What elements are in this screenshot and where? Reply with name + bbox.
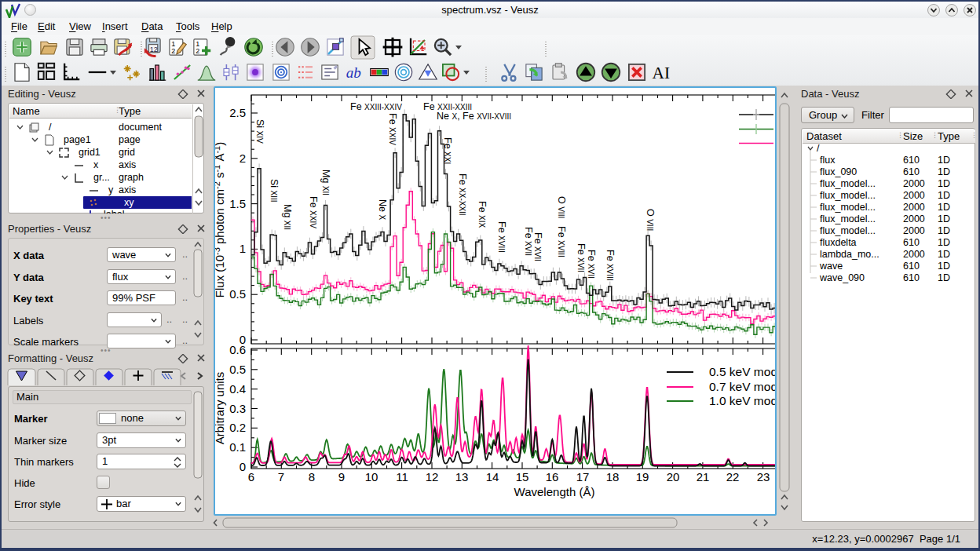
svg-text:2.5: 2.5 [229, 106, 246, 119]
svg-text:y: y [108, 184, 114, 195]
svg-text:1D: 1D [938, 178, 950, 189]
svg-text:Flux (10-3 photon cm-2 s-1 Å-1: Flux (10-3 photon cm-2 s-1 Å-1) [215, 142, 226, 297]
svg-text:2000: 2000 [903, 178, 925, 189]
svg-text:grid: grid [119, 147, 135, 158]
svg-text:2000: 2000 [903, 202, 925, 213]
svg-text:15: 15 [516, 470, 529, 483]
svg-text:Fe XVIII: Fe XVIII [496, 221, 507, 253]
svg-text:Fe XVII: Fe XVII [576, 243, 587, 272]
svg-text:2000: 2000 [903, 213, 925, 224]
svg-text:0.6: 0.6 [229, 343, 246, 356]
svg-text:12: 12 [150, 46, 158, 53]
svg-text:Fe XXI: Fe XXI [442, 137, 453, 164]
svg-text:23: 23 [757, 470, 770, 483]
svg-text:x: x [93, 159, 99, 170]
svg-text:1D: 1D [938, 237, 950, 248]
svg-text:Fe XVII: Fe XVII [523, 227, 534, 256]
svg-text:1D: 1D [938, 190, 950, 201]
svg-text:2: 2 [196, 47, 199, 55]
svg-text:2000: 2000 [903, 249, 925, 260]
svg-text:2000: 2000 [903, 225, 925, 236]
svg-text:2: 2 [171, 47, 175, 55]
svg-text:Fe XXIII-XXIV: Fe XXIII-XXIV [350, 101, 402, 112]
svg-text:Fe XVII: Fe XVII [532, 232, 543, 261]
svg-text:flux_model...: flux_model... [820, 202, 876, 213]
svg-text:1D: 1D [938, 249, 950, 260]
svg-text:O VIII: O VIII [645, 209, 656, 231]
svg-text:1.0 keV model: 1.0 keV model [709, 394, 775, 407]
svg-text:Fe XX-XXII: Fe XX-XXII [457, 173, 468, 216]
svg-text:flux_model...: flux_model... [820, 190, 876, 201]
svg-text:ab: ab [346, 64, 361, 81]
svg-text:1D: 1D [938, 272, 950, 283]
svg-text:axis: axis [119, 159, 136, 170]
svg-text:flux_model...: flux_model... [820, 213, 876, 224]
svg-text:flux: flux [820, 155, 836, 166]
svg-text:Mg XII: Mg XII [282, 204, 293, 230]
svg-text:10: 10 [365, 470, 378, 483]
svg-text:14: 14 [486, 470, 499, 483]
svg-text:page: page [119, 134, 141, 145]
svg-text:2000: 2000 [903, 190, 925, 201]
svg-text:flux_model...: flux_model... [820, 178, 876, 189]
svg-text:12: 12 [426, 470, 439, 483]
svg-text:0.4: 0.4 [229, 382, 246, 396]
svg-text:2: 2 [240, 151, 246, 165]
svg-text:6: 6 [248, 470, 254, 483]
svg-text:Ne X, Fe XVII-XVIII: Ne X, Fe XVII-XVIII [437, 111, 511, 122]
svg-text:Fe XXIV: Fe XXIV [387, 113, 398, 145]
svg-text:1.5: 1.5 [229, 197, 246, 210]
svg-text:18: 18 [606, 470, 620, 483]
svg-text:610: 610 [903, 166, 920, 177]
svg-text:0.5: 0.5 [229, 363, 246, 376]
svg-text:0.7 keV model: 0.7 keV model [709, 380, 775, 393]
svg-text:wave: wave [819, 261, 843, 272]
svg-text:Arbitrary units: Arbitrary units [215, 372, 226, 445]
svg-text:20: 20 [667, 470, 680, 483]
svg-text:axis: axis [119, 184, 136, 195]
svg-text:lambda_mo...: lambda_mo... [820, 249, 879, 260]
svg-text:1D: 1D [938, 166, 950, 177]
svg-text:610: 610 [903, 155, 920, 166]
svg-text:0: 0 [240, 460, 246, 473]
svg-text:xy: xy [124, 197, 134, 208]
svg-text:document: document [119, 122, 162, 133]
svg-text:17: 17 [576, 470, 590, 483]
svg-text:flux_090: flux_090 [820, 166, 857, 177]
svg-text:610: 610 [903, 261, 920, 272]
svg-text:Si XIV: Si XIV [254, 119, 265, 144]
svg-text:Si XIII: Si XIII [269, 179, 280, 203]
svg-text:13: 13 [455, 470, 469, 483]
svg-text:1D: 1D [938, 202, 950, 213]
svg-text:19: 19 [636, 470, 649, 483]
svg-text:gr...: gr... [93, 172, 110, 183]
svg-text:610: 610 [903, 272, 920, 283]
svg-text:1D: 1D [938, 261, 950, 272]
svg-text:AI: AI [653, 64, 671, 82]
svg-text:21: 21 [697, 470, 710, 483]
svg-text:/: / [49, 122, 52, 133]
svg-text:1D: 1D [938, 225, 950, 236]
svg-text:0.5: 0.5 [229, 287, 246, 301]
svg-text:Fe XIX: Fe XIX [477, 201, 488, 228]
svg-text:9: 9 [338, 470, 345, 483]
svg-text:0.1: 0.1 [229, 440, 246, 454]
svg-text:0.3: 0.3 [229, 402, 246, 415]
svg-text:610: 610 [903, 237, 920, 248]
svg-text:1D: 1D [938, 155, 950, 166]
svg-text:22: 22 [726, 470, 740, 483]
svg-text:Fe XVIII: Fe XVIII [556, 226, 567, 257]
svg-text:8: 8 [309, 470, 315, 483]
svg-text:0.2: 0.2 [229, 421, 246, 434]
svg-text:16: 16 [546, 470, 559, 483]
svg-text:wave_090: wave_090 [819, 272, 865, 283]
svg-text:/: / [817, 144, 820, 154]
svg-text:Fe XVIII: Fe XVIII [605, 250, 616, 281]
svg-text:page1: page1 [64, 134, 91, 145]
svg-text:Ne X: Ne X [377, 199, 388, 220]
svg-text:7: 7 [278, 470, 284, 483]
svg-text:0.5 keV model: 0.5 keV model [709, 365, 775, 378]
svg-text:Fe XVII: Fe XVII [586, 250, 597, 279]
svg-text:11: 11 [396, 470, 408, 483]
svg-text:Fe XXIV: Fe XXIV [308, 196, 319, 228]
